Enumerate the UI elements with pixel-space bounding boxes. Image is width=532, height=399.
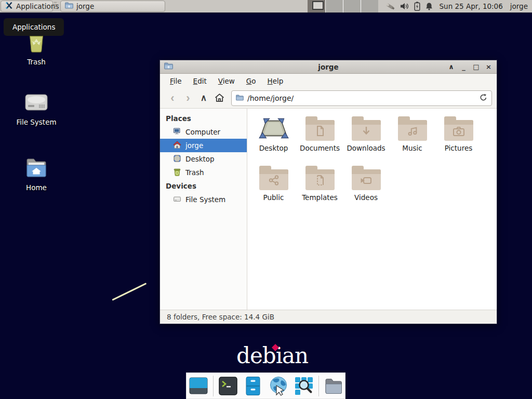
taskbar-window-label: jorge	[76, 2, 94, 10]
file-item-music[interactable]: Music	[389, 115, 435, 157]
sidebar-item-jorge[interactable]: jorge	[160, 139, 247, 152]
reload-icon[interactable]	[480, 94, 487, 103]
dock-separator	[318, 376, 319, 396]
menu-go[interactable]: Go	[242, 75, 261, 87]
xfce-logo-icon	[5, 2, 13, 11]
menu-help[interactable]: Help	[263, 75, 288, 87]
sidebar-header-places: Places	[160, 112, 247, 125]
sidebar-item-desktop[interactable]: Desktop	[160, 152, 247, 166]
window-title: jorge	[160, 63, 497, 71]
battery-icon[interactable]	[414, 2, 420, 11]
sidebar-item-label: Desktop	[185, 155, 215, 163]
applications-menu-button[interactable]: Applications	[1, 1, 53, 12]
file-item-label: Documents	[300, 144, 340, 152]
applications-menu-label: Applications	[16, 2, 59, 10]
file-item-desktop[interactable]: Desktop	[250, 115, 297, 157]
music-folder-icon	[398, 120, 427, 141]
maximize-button[interactable]: □	[472, 63, 480, 71]
desktop-icon-label: Home	[26, 183, 47, 192]
top-panel: Applications jorge	[0, 0, 532, 14]
file-item-label: Videos	[354, 193, 378, 202]
workspace-2[interactable]	[325, 0, 343, 12]
forward-button[interactable]: ›	[180, 90, 196, 106]
file-item-downloads[interactable]: Downloads	[343, 115, 389, 157]
workspace-1[interactable]	[308, 0, 325, 12]
file-item-label: Desktop	[259, 144, 288, 152]
system-tray	[385, 2, 433, 11]
bottom-dock	[186, 373, 345, 399]
sidebar-item-label: Computer	[185, 128, 220, 136]
path-folder-icon	[236, 94, 244, 102]
menu-view[interactable]: View	[214, 75, 240, 87]
menu-edit[interactable]: Edit	[189, 75, 211, 87]
home-icon	[173, 141, 181, 151]
file-item-templates[interactable]: Templates	[297, 164, 343, 207]
workspace-switcher[interactable]	[308, 0, 378, 12]
web-browser-icon[interactable]	[268, 375, 289, 397]
desktop-icon-file-system[interactable]: File System	[9, 88, 63, 126]
sidebar-item-label: jorge	[185, 141, 203, 150]
desktop-place-icon	[173, 154, 181, 164]
clock[interactable]: Sun 25 Apr, 10:06	[440, 2, 503, 10]
file-item-pictures[interactable]: Pictures	[435, 115, 482, 157]
templates-folder-icon	[305, 169, 335, 190]
taskbar-window-button[interactable]: jorge	[60, 1, 165, 12]
sidebar-item-trash[interactable]: Trash	[160, 166, 247, 179]
shade-button[interactable]: ∧	[447, 63, 455, 71]
file-item-documents[interactable]: Documents	[297, 115, 343, 157]
file-item-public[interactable]: Public	[250, 164, 297, 207]
desktop-icon-home[interactable]: Home	[9, 154, 63, 192]
home-button[interactable]	[211, 90, 227, 106]
user-menu[interactable]: jorge	[510, 2, 528, 10]
videos-folder-icon	[352, 169, 381, 190]
downloads-folder-icon	[352, 120, 381, 141]
path-bar[interactable]: /home/jorge/	[231, 90, 492, 106]
titlebar[interactable]: jorge ∧ _ □ ×	[160, 60, 497, 74]
sidebar-item-label: File System	[185, 195, 225, 204]
back-button[interactable]: ‹	[165, 90, 180, 106]
up-button[interactable]: ∧	[196, 90, 211, 106]
folder-dock-icon[interactable]	[323, 376, 344, 396]
home-folder-icon	[24, 154, 49, 180]
file-list: Desktop Documents	[247, 109, 497, 310]
file-item-videos[interactable]: Videos	[343, 164, 389, 207]
file-manager-window: jorge ∧ _ □ × File Edit View Go Help ‹ ›…	[159, 60, 497, 324]
path-input[interactable]: /home/jorge/	[247, 94, 476, 102]
sidebar-item-label: Trash	[185, 168, 204, 177]
computer-icon	[173, 127, 181, 137]
menu-file[interactable]: File	[165, 75, 187, 87]
workspace-3[interactable]	[343, 0, 361, 12]
file-item-label: Templates	[302, 193, 338, 202]
trash-small-icon	[173, 168, 181, 178]
folder-icon	[65, 2, 73, 10]
notification-bell-icon[interactable]	[425, 2, 433, 10]
sidebar-item-computer[interactable]: Computer	[160, 125, 247, 139]
status-bar: 8 folders, Free space: 14.4 GiB	[160, 310, 497, 324]
dock-separator	[213, 376, 214, 396]
menubar: File Edit View Go Help	[160, 74, 497, 88]
desktop-icon-label: Trash	[27, 58, 46, 66]
sidebar: Places Computer	[160, 109, 247, 310]
toolbar: ‹ › ∧ /home/jorge/	[160, 88, 497, 109]
stylus-icon[interactable]	[385, 2, 395, 11]
applications-tooltip: Applications	[4, 18, 64, 36]
file-item-label: Pictures	[445, 144, 472, 152]
desktop-item-icon	[259, 115, 289, 142]
application-finder-icon[interactable]	[294, 376, 314, 396]
file-item-label: Public	[263, 193, 284, 202]
wallpaper-line-artifact	[112, 283, 147, 301]
pictures-folder-icon	[444, 120, 473, 141]
sidebar-item-file-system[interactable]: File System	[160, 193, 247, 206]
terminal-icon[interactable]	[218, 376, 238, 396]
file-item-label: Music	[402, 144, 422, 152]
show-desktop-icon[interactable]	[188, 376, 209, 396]
workspace-window-thumb	[312, 1, 324, 10]
volume-icon[interactable]	[400, 2, 409, 10]
panel-handle[interactable]	[54, 2, 57, 10]
minimize-button[interactable]: _	[460, 63, 468, 71]
workspace-4[interactable]	[361, 0, 378, 12]
documents-folder-icon	[305, 120, 335, 141]
debian-wallpaper-logo: debian	[236, 343, 308, 368]
close-button[interactable]: ×	[485, 63, 493, 71]
file-cabinet-icon[interactable]	[243, 376, 263, 396]
